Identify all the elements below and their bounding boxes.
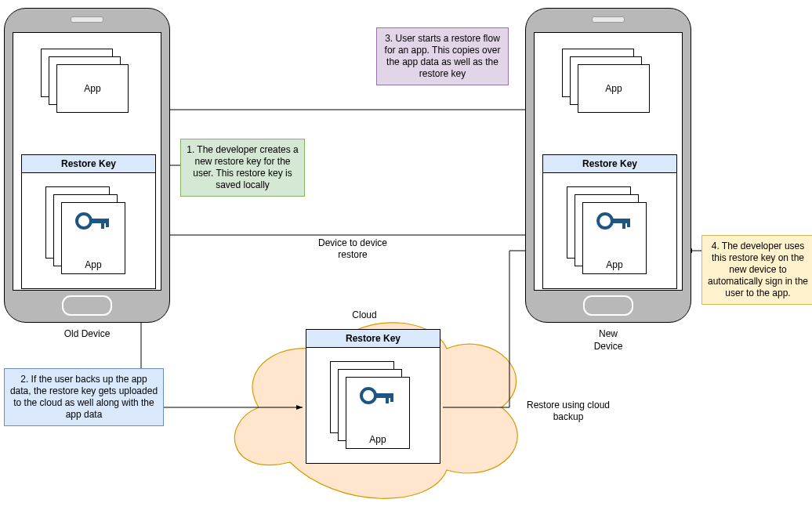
callout-4: 4. The developer uses this restore key o…	[701, 235, 812, 305]
new-restore-panel: Restore Key App	[542, 154, 677, 289]
new-app-stack: App	[562, 49, 648, 111]
phone-speaker	[592, 16, 625, 23]
callout-1: 1. The developer creates a new restore k…	[180, 139, 305, 197]
old-key-stack: App	[45, 186, 132, 273]
restore-key-header: Restore Key	[22, 155, 155, 173]
home-button-icon	[583, 295, 633, 316]
svg-rect-16	[622, 223, 625, 229]
svg-point-10	[77, 214, 91, 228]
app-label: App	[583, 259, 646, 270]
cloud-restore-label: Restore using cloud backup	[513, 400, 623, 423]
phone-speaker	[71, 16, 103, 23]
new-device: App Restore Key App	[525, 8, 691, 323]
old-app-stack: App	[41, 49, 127, 111]
old-restore-panel: Restore Key App	[21, 154, 156, 289]
svg-rect-12	[101, 223, 104, 229]
restore-key-header: Restore Key	[543, 155, 676, 173]
app-label: App	[62, 259, 125, 270]
callout-3: 3. User starts a restore flow for an app…	[376, 27, 509, 85]
svg-rect-13	[106, 223, 109, 227]
app-label: App	[56, 64, 129, 113]
callout-2: 2. If the user backs up the app data, th…	[4, 368, 164, 426]
svg-rect-15	[611, 219, 630, 223]
home-button-icon	[62, 295, 112, 316]
key-icon	[596, 209, 633, 233]
old-device: App Restore Key App	[4, 8, 170, 323]
new-device-label: New Device	[526, 328, 691, 353]
phone-screen: App Restore Key App	[534, 32, 683, 291]
phone-screen: App Restore Key App	[13, 32, 161, 291]
svg-rect-17	[627, 223, 630, 227]
svg-rect-11	[89, 219, 109, 223]
app-label: App	[578, 64, 650, 113]
new-key-stack: App	[567, 186, 653, 273]
key-icon	[74, 209, 112, 233]
svg-point-14	[598, 214, 612, 228]
d2d-label: Device to device restore	[298, 237, 408, 261]
old-device-label: Old Device	[5, 328, 169, 341]
